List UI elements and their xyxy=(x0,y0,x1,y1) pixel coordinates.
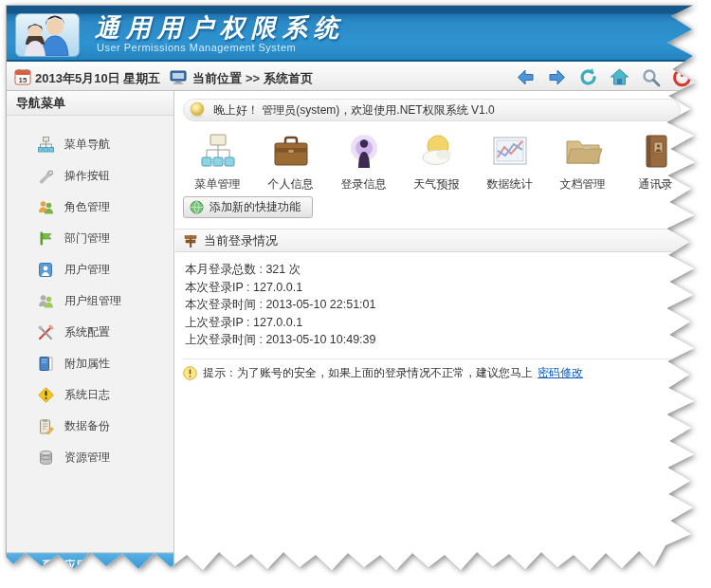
signpost-icon xyxy=(183,233,198,248)
panel-icon xyxy=(21,560,33,572)
search-icon[interactable] xyxy=(641,67,661,87)
change-password-link[interactable]: 密码修改 xyxy=(538,365,583,381)
sidebar-item-user-management[interactable]: 用户管理 xyxy=(7,254,173,285)
shortcut-address-book[interactable]: 通讯录 xyxy=(619,132,692,193)
sidebar-accordion: 系统应用 个人应用 生产管理 项目管理 xyxy=(7,552,173,588)
calendar-icon: 15 xyxy=(14,68,31,89)
briefcase-icon xyxy=(271,132,311,172)
tip-text: 提示：为了账号的安全，如果上面的登录情况不正常，建议您马上 xyxy=(203,365,533,381)
sidebar-item-role-management[interactable]: 角色管理 xyxy=(7,192,173,223)
add-shortcut-label: 添加新的快捷功能 xyxy=(210,199,301,215)
sidebar-item-label: 用户组管理 xyxy=(64,293,121,309)
warning-circle-icon xyxy=(183,366,197,380)
main-content: 晚上好！ 管理员(system)，欢迎使用.NET权限系统 V1.0 菜单管理 … xyxy=(175,91,707,582)
sidebar-item-system-log[interactable]: 系统日志 xyxy=(7,379,173,411)
shortcut-data-statistics[interactable]: 数据统计 xyxy=(473,132,546,193)
login-info-row: 本次登录IP : 127.0.0.1 xyxy=(185,279,376,297)
shortcut-label: 通讯录 xyxy=(639,176,673,193)
shortcut-login-info[interactable]: 登录信息 xyxy=(327,132,400,193)
sidebar-item-operation-buttons[interactable]: 操作按钮 xyxy=(7,160,173,192)
shortcut-label: 登录信息 xyxy=(341,176,387,193)
divider xyxy=(183,358,681,359)
shortcut-document-management[interactable]: 文档管理 xyxy=(546,132,619,193)
app-header: 通用用户权限系统 User Permissions Management Sys… xyxy=(7,6,707,62)
sidebar-item-additional-attributes[interactable]: 附加属性 xyxy=(7,348,173,379)
shortcut-label: 菜单管理 xyxy=(195,176,241,193)
sidebar: 导航菜单 菜单导航 操作按钮 角色管理 xyxy=(7,91,174,582)
sun-ball-icon xyxy=(189,101,206,119)
book-icon xyxy=(38,356,54,372)
sidebar-item-system-config[interactable]: 系统配置 xyxy=(7,317,173,348)
database-icon xyxy=(38,450,54,466)
weather-icon xyxy=(417,132,457,172)
sidebar-item-user-group-management[interactable]: 用户组管理 xyxy=(7,285,173,317)
breadcrumb-separator: >> xyxy=(242,71,264,85)
sidebar-item-label: 附加属性 xyxy=(64,356,110,372)
welcome-bar: 晚上好！ 管理员(system)，欢迎使用.NET权限系统 V1.0 xyxy=(183,99,681,121)
forward-icon[interactable] xyxy=(547,67,567,87)
org-chart-icon xyxy=(198,132,238,172)
home-icon[interactable] xyxy=(610,67,629,87)
nav-buttons xyxy=(516,67,692,87)
sidebar-item-department-management[interactable]: 部门管理 xyxy=(7,223,173,254)
sidebar-item-menu-navigation[interactable]: 菜单导航 xyxy=(7,129,173,160)
refresh-icon[interactable] xyxy=(578,67,598,87)
logout-icon[interactable] xyxy=(672,67,692,87)
syslog-warning-icon xyxy=(38,387,54,403)
accordion-section-system-apps[interactable]: 系统应用 xyxy=(7,553,173,579)
sidebar-item-label: 角色管理 xyxy=(64,199,110,215)
two-users-logo xyxy=(15,13,80,57)
shortcut-personal-info[interactable]: 个人信息 xyxy=(254,132,327,193)
user-card-icon xyxy=(38,262,54,278)
breadcrumb: 当前位置>>系统首页 xyxy=(192,70,313,87)
folder-icon xyxy=(563,132,603,172)
shortcut-menu-management[interactable]: 菜单管理 xyxy=(181,132,254,193)
sidebar-item-label: 部门管理 xyxy=(64,230,110,247)
app-subtitle: User Permissions Management System xyxy=(97,42,296,53)
sidebar-item-resource-management[interactable]: 资源管理 xyxy=(7,442,173,473)
backup-clipboard-icon xyxy=(38,418,54,434)
shortcut-label: 数据统计 xyxy=(487,176,533,193)
wrench-icon xyxy=(38,168,54,184)
sidebar-item-label: 用户管理 xyxy=(64,262,110,278)
welcome-message: 晚上好！ 管理员(system)，欢迎使用.NET权限系统 V1.0 xyxy=(213,102,495,119)
accordion-label: 个人应用 xyxy=(42,583,87,588)
shortcut-weather-forecast[interactable]: 天气预报 xyxy=(400,132,473,193)
back-icon[interactable] xyxy=(516,67,536,87)
sidebar-item-label: 数据备份 xyxy=(64,418,110,434)
statistics-chart-icon xyxy=(490,132,530,172)
shortcut-label: 个人信息 xyxy=(268,176,314,193)
login-info-row: 上次登录时间 : 2013-05-10 10:49:39 xyxy=(185,331,376,349)
login-info-row: 本次登录时间 : 2013-05-10 22:51:01 xyxy=(185,296,376,314)
login-status-header: 当前登录情况 xyxy=(175,229,707,252)
login-status-title: 当前登录情况 xyxy=(204,232,278,249)
current-date: 2013年5月10日 星期五 xyxy=(35,70,160,87)
accordion-label: 系统应用 xyxy=(42,558,87,574)
login-info-list: 本月登录总数 : 321 次 本次登录IP : 127.0.0.1 本次登录时间… xyxy=(185,261,376,349)
window-frame: 通用用户权限系统 User Permissions Management Sys… xyxy=(6,5,707,582)
globe-add-icon xyxy=(190,200,204,214)
address-book-icon xyxy=(636,132,676,172)
roles-icon xyxy=(38,199,54,215)
security-tip: 提示：为了账号的安全，如果上面的登录情况不正常，建议您马上 密码修改 xyxy=(183,365,583,381)
breadcrumb-label: 当前位置 xyxy=(192,71,242,85)
sidebar-item-data-backup[interactable]: 数据备份 xyxy=(7,411,173,442)
sidebar-item-label: 资源管理 xyxy=(64,450,110,466)
add-shortcut-button[interactable]: 添加新的快捷功能 xyxy=(183,196,313,218)
toolbar: 15 2013年5月10日 星期五 当前位置>>系统首页 xyxy=(7,64,707,91)
sitemap-icon xyxy=(38,137,54,153)
breadcrumb-page: 系统首页 xyxy=(264,71,313,85)
screenshot-page: 通用用户权限系统 User Permissions Management Sys… xyxy=(6,5,707,582)
sidebar-menu: 菜单导航 操作按钮 角色管理 部门管理 xyxy=(7,116,173,473)
monitor-icon xyxy=(170,70,187,89)
sidebar-item-label: 系统日志 xyxy=(64,387,110,403)
calendar-day: 15 xyxy=(19,76,27,84)
config-tools-icon xyxy=(38,324,54,340)
accordion-section-personal-apps[interactable]: 个人应用 xyxy=(7,579,173,588)
shortcut-label: 天气预报 xyxy=(414,176,460,193)
shortcut-grid: 菜单管理 个人信息 登录信息 天气预报 xyxy=(181,132,692,193)
login-info-row: 上次登录IP : 127.0.0.1 xyxy=(185,314,376,332)
sidebar-item-label: 操作按钮 xyxy=(64,168,110,184)
sidebar-item-label: 菜单导航 xyxy=(64,137,110,153)
login-info-row: 本月登录总数 : 321 次 xyxy=(185,261,376,279)
